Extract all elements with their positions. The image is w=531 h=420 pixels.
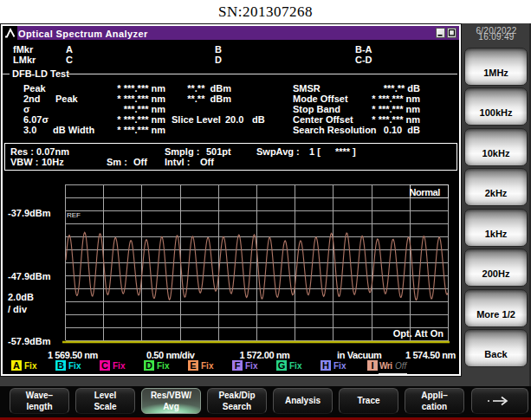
svg-text:REF: REF — [67, 211, 81, 219]
